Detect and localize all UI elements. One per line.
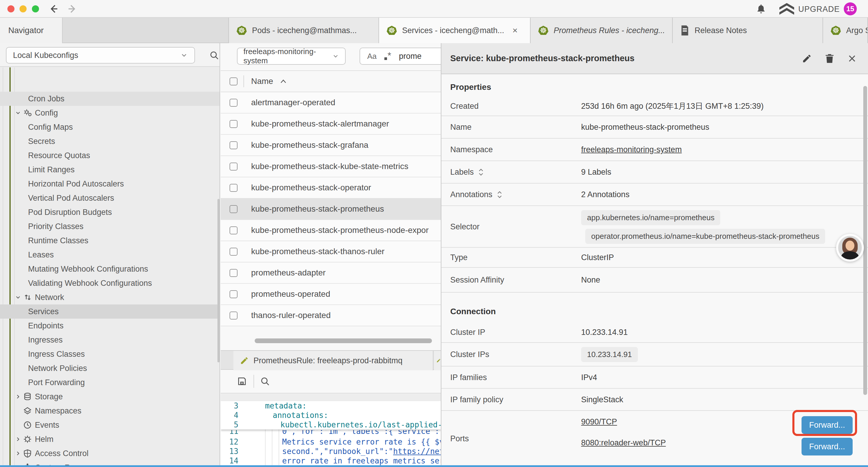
tab-services-icecheng-math[interactable]: ☸Services - icecheng@math...×: [379, 18, 531, 43]
table-row[interactable]: kube-prometheus-stack-operator: [221, 177, 441, 199]
delete-trash-icon[interactable]: [825, 53, 834, 64]
sidebar-item-runtime-classes[interactable]: Runtime Classes: [0, 233, 220, 248]
table-row[interactable]: kube-prometheus-stack-prometheus-node-ex…: [221, 220, 441, 241]
chevron-down-icon[interactable]: [15, 110, 23, 116]
kubeconfig-selector[interactable]: Local Kubeconfigs: [6, 47, 195, 63]
table-row[interactable]: alertmanager-operated: [221, 92, 441, 114]
tab-prometheus-rules-icecheng[interactable]: ☸Prometheus Rules - icecheng...: [531, 18, 673, 43]
sidebar-item-helm[interactable]: Helm: [0, 432, 220, 446]
sidebar-item-storage[interactable]: Storage: [0, 389, 220, 404]
tab-pods-icecheng-mathmas[interactable]: ☸Pods - icecheng@mathmas...: [228, 18, 379, 43]
sidebar-item-validating-webhook-configurations[interactable]: Validating Webhook Configurations: [0, 276, 220, 290]
traffic-light-minimize[interactable]: [20, 5, 27, 12]
match-case-toggle[interactable]: Aa: [367, 52, 377, 61]
row-checkbox[interactable]: [229, 99, 238, 107]
sidebar-item-priority-classes[interactable]: Priority Classes: [0, 219, 220, 233]
row-checkbox[interactable]: [229, 120, 238, 128]
yaml-editor[interactable]: 3metadata:4annotations:5kubectl.kubernet…: [221, 401, 441, 465]
navigator-panel-tab[interactable]: Navigator: [0, 18, 63, 43]
tab-release-notes[interactable]: Release Notes: [673, 18, 823, 43]
notifications-bell-icon[interactable]: [756, 4, 766, 14]
sidebar-item-secrets[interactable]: Secrets: [0, 134, 220, 148]
table-row[interactable]: thanos-ruler-operated: [221, 305, 441, 326]
sidebar-item-network-policies[interactable]: Network Policies: [0, 361, 220, 375]
row-chips: app.kubernetes.io/name=prometheusoperato…: [581, 210, 825, 247]
sidebar-item-namespaces[interactable]: Namespaces: [0, 404, 220, 418]
chevron-right-icon[interactable]: [15, 450, 23, 457]
sidebar-item-events[interactable]: Events: [0, 418, 220, 432]
table-row[interactable]: kube-prometheus-stack-prometheus: [221, 199, 441, 220]
sidebar-item-label: Endpoints: [28, 321, 64, 330]
row-checkbox[interactable]: [229, 141, 238, 149]
table-row[interactable]: prometheus-operated: [221, 284, 441, 305]
notification-count-badge[interactable]: 15: [844, 2, 857, 16]
sidebar-item-cron-jobs[interactable]: Cron Jobs: [0, 92, 220, 106]
sidebar-item-horizontal-pod-autoscalers[interactable]: Horizontal Pod Autoscalers: [0, 177, 220, 191]
expander-icon[interactable]: [478, 168, 484, 176]
edit-pencil-icon[interactable]: [802, 54, 812, 63]
port-link[interactable]: 8080:reloader-web/TCP: [581, 438, 666, 447]
user-avatar[interactable]: [836, 234, 864, 262]
port-link[interactable]: 9090/TCP: [581, 417, 617, 427]
row-checkbox[interactable]: [229, 163, 238, 171]
forward-arrow-icon[interactable]: [67, 4, 78, 14]
row-checkbox[interactable]: [229, 184, 238, 192]
row-checkbox[interactable]: [229, 290, 238, 298]
sidebar-item-network[interactable]: Network: [0, 290, 220, 304]
sidebar-item-access-control[interactable]: Access Control: [0, 446, 220, 461]
sidebar-item-limit-ranges[interactable]: Limit Ranges: [0, 163, 220, 177]
forward-button[interactable]: Forward...: [802, 438, 852, 456]
traffic-light-close[interactable]: [7, 5, 14, 12]
table-row[interactable]: kube-prometheus-stack-grafana: [221, 135, 441, 156]
name-column-header[interactable]: Name: [251, 77, 287, 86]
table-row[interactable]: kube-prometheus-stack-alertmanager: [221, 114, 441, 135]
sidebar-item-custom-resources[interactable]: Custom Resources: [0, 461, 220, 465]
sidebar-item-services[interactable]: Services: [0, 304, 220, 319]
runbook-url-link[interactable]: https://net: [393, 447, 441, 456]
sidebar-item-vertical-pod-autoscalers[interactable]: Vertical Pod Autoscalers: [0, 191, 220, 205]
sidebar-item-pod-disruption-budgets[interactable]: Pod Disruption Budgets: [0, 205, 220, 219]
sidebar-search-icon[interactable]: [209, 50, 219, 60]
sidebar-item-ingress-classes[interactable]: Ingress Classes: [0, 347, 220, 361]
sidebar-item-config-maps[interactable]: Config Maps: [0, 120, 220, 134]
sidebar-item-mutating-webhook-configurations[interactable]: Mutating Webhook Configurations: [0, 262, 220, 276]
filter-input[interactable]: Aa * prome: [360, 48, 441, 65]
sidebar-item-leases[interactable]: Leases: [0, 248, 220, 262]
save-icon[interactable]: [237, 376, 247, 386]
sidebar-item-endpoints[interactable]: Endpoints: [0, 319, 220, 333]
table-row[interactable]: prometheus-adapter: [221, 262, 441, 284]
chevron-right-icon[interactable]: [15, 436, 23, 442]
sidebar-scrollbar[interactable]: [217, 199, 219, 362]
namespace-link[interactable]: freeleaps-monitoring-system: [581, 145, 682, 154]
row-checkbox[interactable]: [229, 205, 238, 213]
tab-argo-se[interactable]: ☸Argo Se: [823, 18, 868, 43]
detail-scrollbar[interactable]: [863, 86, 867, 395]
table-row[interactable]: kube-prometheus-stack-thanos-ruler: [221, 241, 441, 262]
sidebar-item-config[interactable]: Config: [0, 106, 220, 120]
navigator-label: Navigator: [8, 26, 44, 35]
chevron-down-icon[interactable]: [15, 294, 23, 300]
sidebar-item-port-forwarding[interactable]: Port Forwarding: [0, 375, 220, 389]
regex-toggle[interactable]: *: [384, 50, 391, 62]
row-checkbox[interactable]: [229, 269, 238, 277]
namespace-selector[interactable]: freeleaps-monitoring-system: [237, 48, 346, 65]
row-checkbox[interactable]: [229, 312, 238, 320]
upgrade-button[interactable]: UPGRADE: [779, 3, 840, 16]
horizontal-scrollbar[interactable]: [255, 339, 432, 343]
chevron-right-icon[interactable]: [15, 393, 23, 400]
forward-button[interactable]: Forward...: [802, 416, 852, 434]
editor-search-icon[interactable]: [260, 376, 270, 386]
select-all-checkbox[interactable]: [229, 78, 238, 85]
row-checkbox[interactable]: [229, 226, 238, 234]
expander-icon[interactable]: [497, 190, 502, 199]
traffic-light-maximize[interactable]: [32, 5, 39, 12]
close-icon[interactable]: [847, 54, 857, 63]
sidebar-item-ingresses[interactable]: Ingresses: [0, 333, 220, 347]
sidebar-item-resource-quotas[interactable]: Resource Quotas: [0, 148, 220, 163]
row-checkbox[interactable]: [229, 248, 238, 256]
table-row[interactable]: kube-prometheus-stack-kube-state-metrics: [221, 156, 441, 177]
editor-tab-next[interactable]: [434, 351, 441, 370]
back-arrow-icon[interactable]: [49, 4, 59, 14]
tab-close-icon[interactable]: ×: [513, 25, 518, 35]
editor-tab-prometheusrule[interactable]: PrometheusRule: freeleaps-prod-rabbitmq: [234, 351, 433, 370]
